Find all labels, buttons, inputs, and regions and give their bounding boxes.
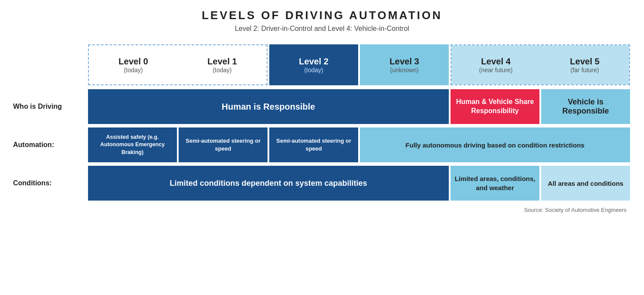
level-0-sub: (today): [124, 67, 143, 74]
human-vehicle-share-text: Human & Vehicle Share Responsibility: [454, 97, 536, 116]
levels-4-5-group: Level 4 (near future) Level 5 (far futur…: [451, 44, 630, 85]
level-1-sub: (today): [213, 67, 232, 74]
level-4-sub: (near future): [479, 67, 512, 74]
human-responsible-cell: Human is Responsible: [88, 89, 449, 124]
level-2-header: Level 2 (today): [269, 44, 358, 85]
page-subtitle: Level 2: Driver-in-Control and Level 4: …: [13, 25, 631, 33]
assisted-safety-cell: Assisted safety (e.g. Autonomous Emergen…: [88, 127, 177, 162]
conditions-label: Conditions:: [13, 164, 87, 202]
fully-auto-cell: Fully autonomous driving based on condit…: [360, 127, 630, 162]
level-5-sub: (far future): [570, 67, 599, 74]
level-4-label: Level 4: [481, 57, 511, 67]
semi-auto-2-cell: Semi-automated steering or speed: [269, 127, 358, 162]
level-3-sub: (unknown): [390, 67, 418, 74]
level-0-header: Level 0 (today): [89, 45, 178, 84]
header-empty-cell: [13, 43, 87, 87]
level-5-header: Level 5 (far future): [540, 45, 629, 84]
semi-auto-1-cell: Semi-automated steering or speed: [179, 127, 268, 162]
semi-auto-1-text: Semi-automated steering or speed: [182, 137, 264, 153]
limited-conditions-cell: Limited conditions dependent on system c…: [88, 166, 449, 201]
level-0-label: Level 0: [119, 57, 148, 67]
level-1-label: Level 1: [207, 57, 237, 67]
level-2-label: Level 2: [299, 57, 329, 67]
level-3-label: Level 3: [390, 57, 419, 67]
vehicle-responsible-text: Vehicle is Responsible: [545, 97, 627, 116]
level-4-header: Level 4 (near future): [451, 45, 540, 84]
all-areas-cell: All areas and conditions: [541, 166, 630, 201]
fully-auto-text: Fully autonomous driving based on condit…: [406, 141, 585, 150]
human-responsible-text: Human is Responsible: [222, 102, 315, 112]
limited-conditions-text: Limited conditions dependent on system c…: [169, 179, 367, 188]
semi-auto-2-text: Semi-automated steering or speed: [273, 137, 355, 153]
human-vehicle-share-cell: Human & Vehicle Share Responsibility: [451, 89, 539, 124]
limited-areas-cell: Limited areas, conditions, and weather: [451, 166, 539, 201]
page-title: LEVELS OF DRIVING AUTOMATION: [13, 9, 631, 22]
levels-header-row: Level 0 (today) Level 1 (today) Level 2 …: [13, 43, 631, 87]
source-text: Source: Society of Automotive Engineers: [13, 207, 631, 213]
level-1-header: Level 1 (today): [178, 45, 267, 84]
automation-label: Automation:: [13, 126, 87, 164]
who-driving-label: Who is Driving: [13, 87, 87, 126]
all-areas-text: All areas and conditions: [548, 179, 623, 188]
levels-0-1-group: Level 0 (today) Level 1 (today): [88, 44, 268, 85]
level-2-sub: (today): [304, 67, 323, 74]
limited-areas-text: Limited areas, conditions, and weather: [454, 174, 536, 192]
vehicle-responsible-cell: Vehicle is Responsible: [541, 89, 630, 124]
assisted-safety-text: Assisted safety (e.g. Autonomous Emergen…: [92, 134, 173, 157]
level-3-header: Level 3 (unknown): [360, 44, 449, 85]
level-5-label: Level 5: [570, 57, 600, 67]
data-rows: Who is Driving Human is Responsible Huma…: [13, 87, 631, 202]
